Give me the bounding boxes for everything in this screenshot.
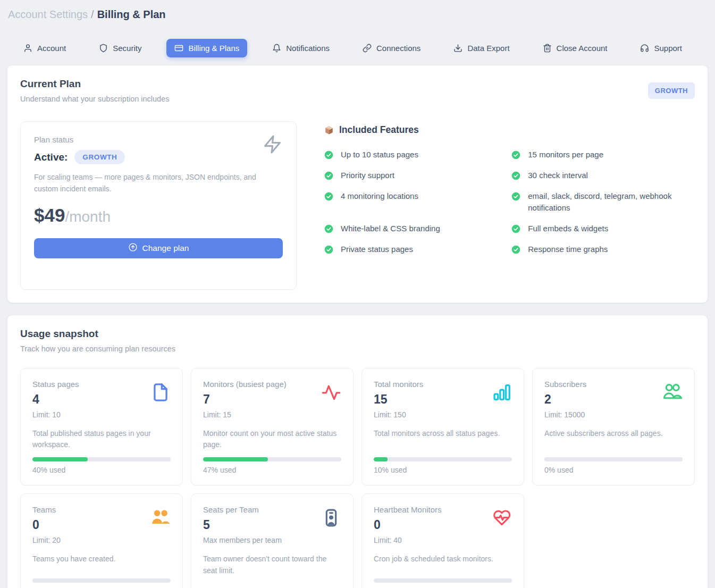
tab-label: Notifications: [286, 44, 330, 53]
check-circle-icon: [511, 223, 520, 233]
current-plan-card: Current Plan Understand what your subscr…: [7, 65, 708, 303]
heart-pulse-icon: [492, 508, 512, 528]
link-icon: [363, 44, 372, 53]
billing-page: Account Settings/Billing & Plan Account …: [0, 0, 715, 588]
plan-status-badge: GROWTH: [74, 150, 125, 164]
progress-bar: [374, 457, 512, 461]
tab-label: Billing & Plans: [188, 44, 239, 53]
usage-card-limit: Max members per team: [203, 536, 282, 544]
tab-label: Support: [654, 44, 682, 53]
usage-card-seats-per-team: Seats per Team 5 Max members per team Te…: [191, 493, 354, 588]
check-circle-icon: [324, 243, 333, 254]
usage-title: Usage snapshot: [20, 328, 695, 340]
feature-label: 30 check interval: [528, 170, 588, 181]
check-circle-icon: [511, 170, 520, 180]
usage-card-value: 4: [32, 392, 79, 407]
usage-percent-label: 10% used: [374, 466, 512, 474]
tab-security[interactable]: Security: [91, 39, 149, 57]
feature-label: Response time graphs: [528, 243, 608, 255]
feature-item: Up to 10 status pages: [324, 149, 499, 161]
usage-card-subscribers: Subscribers 2 Limit: 15000 Active subscr…: [532, 368, 695, 485]
arrow-up-circle-icon: [128, 242, 138, 254]
usage-card-monitors-busiest-page: Monitors (busiest page) 7 Limit: 15 Moni…: [191, 368, 354, 485]
current-plan-subtitle: Understand what your subscription includ…: [20, 95, 169, 103]
usage-card-title: Seats per Team: [203, 505, 282, 514]
price-amount: $49: [34, 205, 65, 225]
usage-card-description: Cron job & scheduled task monitors.: [374, 553, 512, 565]
change-plan-button[interactable]: Change plan: [34, 238, 283, 258]
check-circle-icon: [511, 149, 520, 159]
plan-price: $49/month: [34, 205, 283, 226]
tab-notifications[interactable]: Notifications: [264, 39, 338, 57]
usage-card-limit: Limit: 20: [32, 536, 61, 544]
feature-label: Priority support: [341, 170, 394, 181]
check-circle-icon: [324, 190, 333, 201]
credit-card-icon: [174, 44, 183, 53]
usage-card-value: 0: [32, 518, 61, 532]
usage-percent-label: 47% used: [203, 466, 341, 474]
feature-item: Priority support: [324, 170, 499, 181]
included-features: Included Features Up to 10 status pages …: [324, 121, 695, 290]
usage-card-value: 2: [544, 392, 586, 407]
feature-label: White-label & CSS branding: [341, 223, 440, 234]
feature-label: 15 monitors per page: [528, 149, 603, 161]
usage-card-title: Status pages: [32, 380, 79, 389]
progress-bar: [544, 457, 683, 461]
usage-card-limit: Limit: 15: [203, 410, 287, 419]
bar-chart-icon: [492, 382, 512, 402]
check-circle-icon: [511, 190, 520, 201]
tab-close-account[interactable]: Close Account: [535, 39, 616, 57]
progress-fill: [203, 457, 268, 461]
shield-icon: [99, 44, 108, 53]
tab-support[interactable]: Support: [632, 39, 690, 57]
user-icon: [23, 44, 32, 53]
usage-card-limit: Limit: 15000: [544, 410, 586, 419]
change-plan-label: Change plan: [142, 243, 189, 253]
usage-card-title: Total monitors: [374, 380, 423, 389]
usage-card-limit: Limit: 150: [374, 410, 423, 419]
usage-card-title: Monitors (busiest page): [203, 380, 287, 389]
progress-bar: [374, 578, 512, 583]
breadcrumb: Account Settings/Billing & Plan: [7, 6, 708, 21]
progress-bar: [203, 457, 341, 461]
usage-card-description: Team owner doesn't count toward the seat…: [203, 553, 341, 576]
price-period: /month: [65, 208, 111, 225]
usage-card-value: 15: [374, 392, 423, 407]
usage-grid: Status pages 4 Limit: 10 Total published…: [20, 368, 695, 588]
usage-card-title: Teams: [32, 505, 61, 514]
usage-card-description: Active subscribers across all pages.: [544, 428, 683, 440]
check-circle-icon: [324, 149, 333, 159]
usage-percent-label: 0% used: [544, 466, 683, 474]
usage-card-status-pages: Status pages 4 Limit: 10 Total published…: [20, 368, 183, 485]
tab-label: Data Export: [467, 44, 509, 53]
bell-icon: [272, 44, 281, 53]
package-icon: [324, 125, 334, 135]
feature-item: Full embeds & widgets: [511, 223, 695, 234]
tab-billing-plans[interactable]: Billing & Plans: [166, 39, 247, 57]
included-features-title: Included Features: [339, 124, 419, 136]
plan-active-label: Active:: [34, 152, 68, 163]
usage-snapshot-card: Usage snapshot Track how you are consumi…: [7, 315, 708, 588]
progress-bar: [32, 578, 171, 583]
usage-card-description: Total monitors across all status pages.: [374, 428, 512, 440]
usage-card-description: Total published status pages in your wor…: [32, 428, 171, 451]
usage-card-value: 0: [374, 518, 442, 532]
feature-item: 30 check interval: [511, 170, 695, 181]
tab-data-export[interactable]: Data Export: [445, 39, 517, 57]
usage-card-description: Teams you have created.: [32, 553, 171, 565]
feature-label: 4 monitoring locations: [341, 190, 418, 202]
headset-icon: [640, 44, 649, 53]
usage-card-title: Subscribers: [544, 380, 586, 389]
tab-label: Close Account: [557, 44, 608, 53]
tab-connections[interactable]: Connections: [355, 39, 428, 57]
usage-card-heartbeat-monitors: Heartbeat Monitors 0 Limit: 40 Cron job …: [361, 493, 524, 588]
tab-label: Connections: [376, 44, 420, 53]
usage-card-teams: Teams 0 Limit: 20 Teams you have created…: [20, 493, 183, 588]
tab-label: Account: [37, 44, 66, 53]
feature-label: Private status pages: [341, 243, 413, 255]
plan-status-card: Plan status Active: GROWTH For scaling t…: [20, 121, 297, 290]
usage-card-description: Monitor count on your most active status…: [203, 428, 341, 451]
tab-account[interactable]: Account: [15, 39, 74, 57]
users-outline-icon: [662, 382, 683, 402]
check-circle-icon: [324, 170, 333, 180]
